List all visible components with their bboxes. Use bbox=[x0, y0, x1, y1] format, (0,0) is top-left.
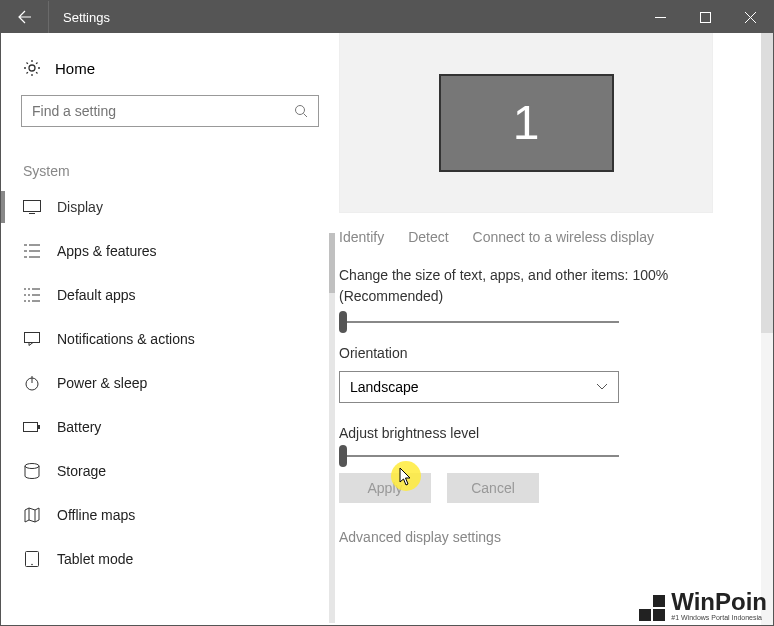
svg-rect-5 bbox=[24, 201, 41, 212]
apply-button[interactable]: Apply bbox=[339, 473, 431, 503]
scale-slider[interactable] bbox=[339, 321, 619, 323]
search-input[interactable] bbox=[32, 103, 294, 119]
minimize-icon bbox=[655, 12, 666, 23]
storage-icon bbox=[23, 463, 41, 479]
monitor-1[interactable]: 1 bbox=[439, 74, 614, 172]
nav-label: Display bbox=[57, 199, 103, 215]
search-icon bbox=[294, 104, 308, 118]
brightness-slider[interactable] bbox=[339, 455, 619, 457]
close-button[interactable] bbox=[728, 1, 773, 33]
nav-offline-maps[interactable]: Offline maps bbox=[1, 493, 333, 537]
gear-icon bbox=[23, 59, 41, 77]
advanced-link[interactable]: Advanced display settings bbox=[339, 529, 733, 545]
search-box[interactable] bbox=[21, 95, 319, 127]
default-apps-icon bbox=[23, 287, 41, 303]
maximize-icon bbox=[700, 12, 711, 23]
window-title: Settings bbox=[49, 10, 638, 25]
home-link[interactable]: Home bbox=[21, 53, 319, 95]
home-label: Home bbox=[55, 60, 95, 77]
nav-label: Tablet mode bbox=[57, 551, 133, 567]
apps-icon bbox=[23, 243, 41, 259]
svg-point-27 bbox=[25, 464, 39, 469]
svg-rect-25 bbox=[24, 423, 38, 432]
cancel-button[interactable]: Cancel bbox=[447, 473, 539, 503]
right-pane: 1 Identify Detect Connect to a wireless … bbox=[339, 33, 773, 625]
left-scrollbar[interactable] bbox=[329, 233, 335, 623]
chevron-down-icon bbox=[596, 383, 608, 391]
nav-storage[interactable]: Storage bbox=[1, 449, 333, 493]
nav-power[interactable]: Power & sleep bbox=[1, 361, 333, 405]
minimize-button[interactable] bbox=[638, 1, 683, 33]
svg-rect-26 bbox=[38, 425, 40, 429]
svg-line-4 bbox=[304, 114, 308, 118]
nav-label: Battery bbox=[57, 419, 101, 435]
svg-point-29 bbox=[31, 564, 33, 566]
nav-tablet[interactable]: Tablet mode bbox=[1, 537, 333, 581]
notifications-icon bbox=[23, 332, 41, 346]
watermark-brand: WinPoin bbox=[671, 590, 767, 614]
scale-slider-thumb[interactable] bbox=[339, 311, 347, 333]
watermark: WinPoin #1 Windows Portal Indonesia bbox=[639, 590, 767, 621]
back-button[interactable] bbox=[1, 1, 49, 33]
svg-rect-1 bbox=[701, 12, 711, 22]
nav-notifications[interactable]: Notifications & actions bbox=[1, 317, 333, 361]
arrow-left-icon bbox=[17, 9, 33, 25]
watermark-tagline: #1 Windows Portal Indonesia bbox=[671, 614, 767, 621]
left-pane: Home System Display Apps & features Defa… bbox=[1, 33, 339, 625]
monitor-number: 1 bbox=[513, 95, 540, 150]
nav-default-apps[interactable]: Default apps bbox=[1, 273, 333, 317]
nav-apps[interactable]: Apps & features bbox=[1, 229, 333, 273]
section-label: System bbox=[21, 163, 319, 179]
svg-rect-22 bbox=[25, 333, 40, 343]
maps-icon bbox=[23, 507, 41, 523]
brightness-slider-thumb[interactable] bbox=[339, 445, 347, 467]
power-icon bbox=[23, 375, 41, 391]
tablet-icon bbox=[23, 551, 41, 567]
nav-label: Power & sleep bbox=[57, 375, 147, 391]
detect-link[interactable]: Detect bbox=[408, 229, 448, 245]
page-scroll-thumb[interactable] bbox=[761, 33, 773, 333]
titlebar: Settings bbox=[1, 1, 773, 33]
nav-label: Storage bbox=[57, 463, 106, 479]
nav-label: Apps & features bbox=[57, 243, 157, 259]
scale-label: Change the size of text, apps, and other… bbox=[339, 265, 733, 307]
orientation-label: Orientation bbox=[339, 345, 733, 361]
nav-battery[interactable]: Battery bbox=[1, 405, 333, 449]
page-scrollbar[interactable] bbox=[761, 33, 773, 625]
display-preview[interactable]: 1 bbox=[339, 33, 713, 213]
nav-label: Default apps bbox=[57, 287, 136, 303]
maximize-button[interactable] bbox=[683, 1, 728, 33]
wireless-link[interactable]: Connect to a wireless display bbox=[473, 229, 654, 245]
nav-label: Offline maps bbox=[57, 507, 135, 523]
orientation-dropdown[interactable]: Landscape bbox=[339, 371, 619, 403]
display-links: Identify Detect Connect to a wireless di… bbox=[339, 213, 733, 265]
battery-icon bbox=[23, 421, 41, 433]
svg-point-2 bbox=[29, 65, 35, 71]
display-icon bbox=[23, 200, 41, 214]
brightness-label: Adjust brightness level bbox=[339, 425, 733, 441]
close-icon bbox=[745, 12, 756, 23]
nav-display[interactable]: Display bbox=[1, 185, 333, 229]
nav-label: Notifications & actions bbox=[57, 331, 195, 347]
winpoin-logo-icon bbox=[639, 595, 665, 621]
identify-link[interactable]: Identify bbox=[339, 229, 384, 245]
orientation-value: Landscape bbox=[350, 379, 419, 395]
nav-list: Display Apps & features Default apps Not… bbox=[1, 185, 333, 581]
svg-point-3 bbox=[296, 106, 305, 115]
left-scroll-thumb[interactable] bbox=[329, 233, 335, 293]
